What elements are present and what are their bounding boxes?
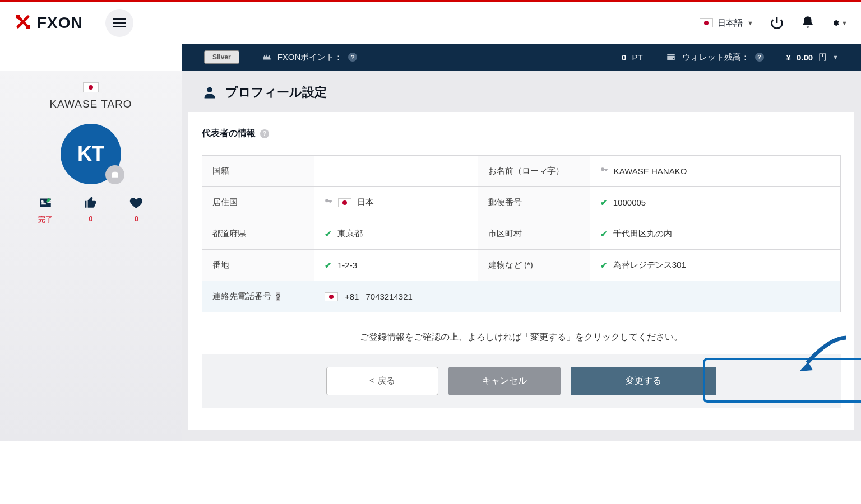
field-value: KAWASE HANAKO (614, 166, 687, 176)
help-icon[interactable]: ? (260, 129, 269, 138)
help-icon[interactable]: ? (755, 53, 764, 62)
language-selector[interactable]: 日本語 ▼ (700, 18, 753, 29)
table-row: 都道府県 ✔ 東京都 市区町村 ✔ 千代田区丸の内 (202, 218, 841, 250)
points-value-display: 0 PT (622, 53, 643, 62)
table-row-phone: 連絡先電話番号 ? +81 7043214321 (202, 281, 841, 312)
table-row: 番地 ✔ 1-2-3 建物など (*) ✔ 為替レジデンス301 (202, 250, 841, 281)
avatar-initials: KT (77, 142, 104, 166)
check-icon: ✔ (325, 229, 332, 239)
wallet-value: 0.00 (797, 53, 813, 62)
field-label: 居住国 (202, 187, 314, 218)
logo-text: FXON (37, 14, 83, 32)
svg-point-1 (26, 25, 30, 29)
table-row: 国籍 お名前（ローマ字） KAWASE HANAKO (202, 156, 841, 187)
wallet-value-display[interactable]: ¥ 0.00 円 ▼ (786, 52, 839, 63)
field-label: 郵便番号 (478, 187, 590, 218)
camera-icon[interactable] (105, 165, 124, 184)
field-value: 1000005 (613, 198, 646, 207)
help-icon[interactable]: ? (348, 53, 357, 62)
field-value-cell: 日本 (314, 187, 478, 218)
heart-icon (129, 195, 144, 210)
stat-likes[interactable]: 0 (84, 195, 98, 225)
stat-label: 完了 (38, 214, 53, 225)
field-value-cell: ✔ 1000005 (590, 187, 840, 218)
field-label: 建物など (*) (478, 250, 590, 281)
logo[interactable]: FXON (13, 12, 83, 34)
crown-icon (262, 52, 272, 62)
flag-jp-icon (700, 18, 713, 27)
section-label: 代表者の情報 ? (202, 128, 841, 139)
key-icon (325, 198, 332, 207)
chevron-down-icon: ▼ (747, 20, 753, 26)
field-value-cell: ✔ 1-2-3 (314, 250, 478, 281)
user-name: KAWASE TARO (0, 98, 182, 110)
button-row: < 戻る キャンセル 変更する (202, 354, 841, 408)
field-label: 都道府県 (202, 218, 314, 250)
points-label: FXONポイント： (277, 52, 343, 63)
sidebar: KAWASE TARO KT 完了 0 0 (0, 71, 182, 441)
check-icon: ✔ (600, 229, 608, 239)
field-label: 番地 (202, 250, 314, 281)
back-button[interactable]: < 戻る (326, 367, 438, 395)
field-value: 千代田区丸の内 (613, 228, 672, 239)
field-label: お名前（ローマ字） (478, 156, 590, 187)
points-unit: PT (632, 53, 642, 62)
wallet-label: ウォレット残高： (682, 52, 749, 63)
language-label: 日本語 (718, 18, 743, 29)
field-label: 連絡先電話番号 ? (202, 281, 314, 312)
field-value: 東京都 (337, 228, 363, 239)
field-value: 1-2-3 (337, 260, 357, 270)
field-value: 為替レジデンス301 (613, 260, 686, 270)
phone-prefix: +81 (345, 292, 359, 301)
wallet-icon (665, 52, 677, 62)
flag-jp-icon (83, 82, 99, 92)
field-value-cell: ✔ 東京都 (314, 218, 478, 250)
tier-badge: Silver (204, 50, 239, 64)
stat-value: 0 (135, 214, 138, 223)
bell-icon[interactable] (800, 15, 816, 31)
key-icon (600, 166, 608, 176)
cancel-button[interactable]: キャンセル (448, 367, 561, 395)
hamburger-icon (113, 18, 126, 27)
power-icon[interactable] (769, 15, 785, 31)
stat-verification[interactable]: 完了 (38, 195, 53, 225)
main-content: プロフィール設定 代表者の情報 ? 国籍 お名前（ローマ字） (182, 71, 861, 441)
stat-value: 0 (89, 214, 92, 223)
logo-mark-icon (13, 12, 33, 34)
field-label: 国籍 (202, 156, 314, 187)
submit-button[interactable]: 変更する (571, 367, 716, 395)
profile-card: 代表者の情報 ? 国籍 お名前（ローマ字） KAWASE HANAKO (188, 112, 854, 430)
flag-jp-icon (338, 198, 351, 207)
menu-toggle-button[interactable] (105, 9, 133, 37)
gear-icon[interactable]: ▼ (832, 15, 848, 31)
check-icon: ✔ (600, 198, 608, 208)
thumbs-up-icon (84, 195, 98, 210)
info-bar: Silver FXONポイント： ? 0 PT ウォレット残高： ? ¥ 0.0… (182, 44, 861, 71)
phone-number: 7043214321 (365, 292, 412, 301)
header: FXON 日本語 ▼ ▼ (0, 2, 861, 44)
field-value-cell: ✔ 為替レジデンス301 (590, 250, 840, 281)
table-row: 居住国 日本 郵便番号 ✔ (202, 187, 841, 218)
help-icon[interactable]: ? (276, 292, 280, 301)
user-country-flag (0, 82, 182, 92)
stat-favorites[interactable]: 0 (129, 195, 144, 225)
person-icon (202, 85, 217, 100)
page-title-bar: プロフィール設定 (182, 71, 861, 112)
wallet-symbol: ¥ (786, 53, 791, 62)
check-icon: ✔ (600, 260, 608, 270)
tutorial-highlight (703, 358, 861, 403)
profile-table: 国籍 お名前（ローマ字） KAWASE HANAKO 居住国 (202, 155, 841, 312)
svg-point-2 (207, 87, 212, 92)
avatar[interactable]: KT (61, 124, 121, 184)
wallet-display: ウォレット残高： ? (665, 52, 764, 63)
instruction-text: ご登録情報をご確認の上、よろしければ「変更する」をクリックしてください。 (202, 332, 841, 343)
chevron-down-icon: ▼ (832, 54, 839, 60)
field-value-cell: KAWASE HANAKO (590, 156, 840, 187)
points-display: FXONポイント： ? (262, 52, 358, 63)
check-icon: ✔ (325, 260, 332, 270)
field-value-cell (314, 156, 478, 187)
wallet-currency: 円 (818, 52, 827, 63)
field-value-cell: ✔ 千代田区丸の内 (590, 218, 840, 250)
chevron-down-icon: ▼ (841, 20, 848, 26)
field-value-cell[interactable]: +81 7043214321 (314, 281, 841, 312)
